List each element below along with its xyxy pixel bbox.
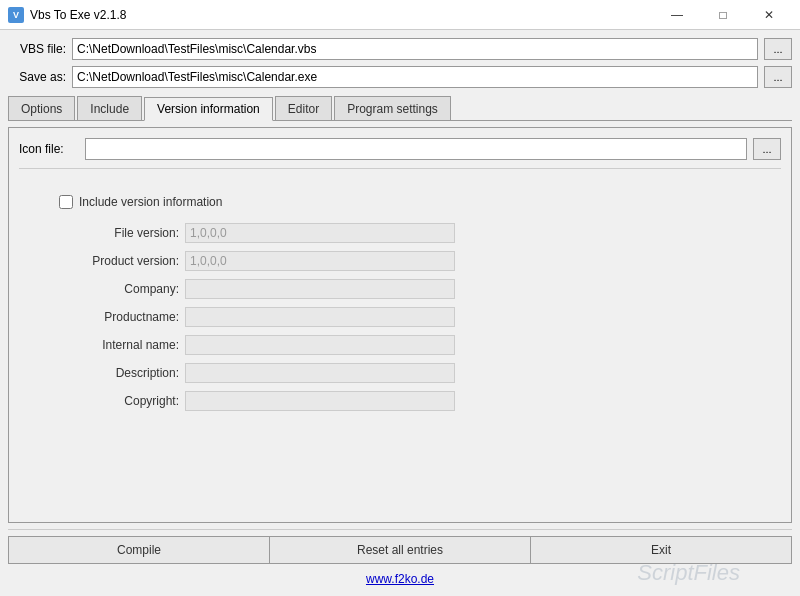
icon-file-browse-button[interactable]: ... [753,138,781,160]
tab-include-label: Include [90,102,129,116]
footer: www.f2ko.de [8,570,792,588]
version-section: Include version information File version… [19,179,781,429]
copyright-input [185,391,455,411]
file-version-row: File version: [59,223,741,243]
icon-file-row: Icon file: ... [19,138,781,160]
include-version-row: Include version information [59,195,741,209]
reset-button[interactable]: Reset all entries [270,536,531,564]
include-version-label: Include version information [79,195,222,209]
divider [19,168,781,169]
icon-file-label: Icon file: [19,142,79,156]
tabs-bar: Options Include Version information Edit… [8,96,792,121]
tab-version-information[interactable]: Version information [144,97,273,121]
bottom-buttons: Compile Reset all entries Exit [8,529,792,564]
internal-name-row: Internal name: [59,335,741,355]
productname-label: Productname: [59,310,179,324]
description-label: Description: [59,366,179,380]
app-icon-letter: V [13,10,19,20]
main-window: VBS file: ... Save as: ... Options Inclu… [0,30,800,596]
company-row: Company: [59,279,741,299]
description-row: Description: [59,363,741,383]
footer-link[interactable]: www.f2ko.de [366,572,434,586]
save-as-input[interactable] [72,66,758,88]
copyright-row: Copyright: [59,391,741,411]
vbs-file-label: VBS file: [8,42,66,56]
close-button[interactable]: ✕ [746,0,792,30]
vbs-file-input[interactable] [72,38,758,60]
product-version-label: Product version: [59,254,179,268]
save-as-label: Save as: [8,70,66,84]
tab-editor-label: Editor [288,102,319,116]
copyright-label: Copyright: [59,394,179,408]
maximize-button[interactable]: □ [700,0,746,30]
tab-version-information-label: Version information [157,102,260,116]
vbs-file-browse-button[interactable]: ... [764,38,792,60]
save-as-row: Save as: ... [8,66,792,88]
company-input [185,279,455,299]
app-title: Vbs To Exe v2.1.8 [30,8,127,22]
compile-button[interactable]: Compile [8,536,270,564]
tab-program-settings-label: Program settings [347,102,438,116]
exit-button[interactable]: Exit [531,536,792,564]
icon-file-input[interactable] [85,138,747,160]
productname-row: Productname: [59,307,741,327]
app-icon: V [8,7,24,23]
titlebar: V Vbs To Exe v2.1.8 — □ ✕ [0,0,800,30]
productname-input [185,307,455,327]
titlebar-left: V Vbs To Exe v2.1.8 [8,7,127,23]
file-version-label: File version: [59,226,179,240]
minimize-button[interactable]: — [654,0,700,30]
vbs-file-row: VBS file: ... [8,38,792,60]
tab-panel: Icon file: ... Include version informati… [8,127,792,523]
tab-program-settings[interactable]: Program settings [334,96,451,120]
internal-name-input [185,335,455,355]
tab-options-label: Options [21,102,62,116]
window-controls: — □ ✕ [654,0,792,30]
save-as-browse-button[interactable]: ... [764,66,792,88]
product-version-row: Product version: [59,251,741,271]
tab-include[interactable]: Include [77,96,142,120]
file-version-input [185,223,455,243]
tab-options[interactable]: Options [8,96,75,120]
internal-name-label: Internal name: [59,338,179,352]
tab-editor[interactable]: Editor [275,96,332,120]
include-version-checkbox[interactable] [59,195,73,209]
description-input [185,363,455,383]
company-label: Company: [59,282,179,296]
product-version-input [185,251,455,271]
